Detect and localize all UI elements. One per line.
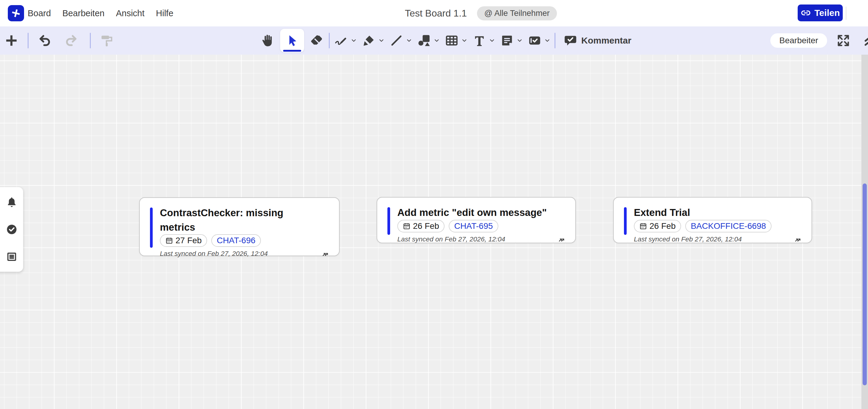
line-tool-button[interactable] bbox=[389, 31, 404, 50]
text-icon bbox=[472, 34, 486, 47]
last-synced-label: Last synced on Feb 27, 2026, 12:04 bbox=[634, 235, 742, 243]
table-icon bbox=[445, 34, 459, 47]
add-button[interactable] bbox=[4, 31, 19, 50]
share-label: Teilen bbox=[814, 8, 840, 18]
eraser-icon bbox=[310, 34, 324, 47]
paint-roller-icon bbox=[100, 34, 114, 47]
comment-tool-button[interactable]: Kommentar bbox=[564, 34, 631, 47]
text-tool-button[interactable] bbox=[471, 31, 487, 50]
redo-icon bbox=[64, 34, 78, 47]
card-accent-bar bbox=[150, 207, 153, 248]
note-tool-chevron-down-icon[interactable] bbox=[516, 33, 523, 48]
issue-tag-label: CHAT-695 bbox=[454, 221, 493, 231]
hand-icon bbox=[260, 34, 274, 47]
card-check-icon bbox=[528, 34, 541, 47]
check-circle-icon bbox=[6, 224, 18, 235]
menu-item-bearbeiten[interactable]: Bearbeiten bbox=[62, 8, 104, 18]
marker-tool-chevron-down-icon[interactable] bbox=[378, 33, 385, 48]
collapse-toolbar-button[interactable] bbox=[862, 31, 868, 50]
toolbar: Kommentar Bearbeiter bbox=[0, 27, 868, 55]
vertical-scrollbar-track[interactable] bbox=[861, 55, 868, 409]
card-title: Extend Trial bbox=[634, 205, 803, 220]
board-card-extend-trial[interactable]: Extend Trial 26 Feb BACKOFFICE-6698 Last… bbox=[613, 197, 812, 243]
left-side-panel bbox=[0, 187, 23, 272]
card-tool-chevron-down-icon[interactable] bbox=[544, 33, 551, 48]
marker-icon bbox=[362, 34, 376, 47]
menu-item-board[interactable]: Board bbox=[28, 8, 51, 18]
undo-button[interactable] bbox=[37, 31, 53, 50]
line-tool-chevron-down-icon[interactable] bbox=[405, 33, 413, 48]
main-menu: Board Bearbeiten Ansicht Hilfe bbox=[28, 0, 174, 27]
selected-tool-indicator bbox=[283, 50, 301, 52]
sync-arrows-icon[interactable] bbox=[321, 249, 331, 258]
due-date-pill[interactable]: 26 Feb bbox=[397, 220, 444, 232]
toolbar-center-group: Kommentar bbox=[259, 27, 631, 55]
issue-tag-pill[interactable]: BACKOFFICE-6698 bbox=[685, 220, 772, 232]
bell-icon bbox=[6, 196, 18, 208]
approvals-button[interactable] bbox=[5, 223, 18, 236]
issue-tag-pill[interactable]: CHAT-695 bbox=[449, 220, 498, 232]
card-tool-button[interactable] bbox=[527, 31, 542, 50]
plus-icon bbox=[4, 34, 18, 47]
placker-plus-logo-icon bbox=[10, 8, 21, 19]
participants-badge[interactable]: @ Alle Teilnehmer bbox=[477, 6, 557, 21]
table-tool-button[interactable] bbox=[444, 31, 460, 50]
line-icon bbox=[390, 34, 403, 47]
draw-tool-chevron-down-icon[interactable] bbox=[350, 33, 358, 48]
shapes-icon bbox=[417, 34, 431, 47]
last-synced-label: Last synced on Feb 27, 2026, 12:04 bbox=[397, 235, 505, 243]
menu-item-ansicht[interactable]: Ansicht bbox=[116, 8, 145, 18]
toolbar-right-group: Bearbeiter bbox=[770, 27, 868, 55]
card-title: Add metric "edit own message" bbox=[397, 205, 567, 220]
table-tool-chevron-down-icon[interactable] bbox=[461, 33, 468, 48]
fullscreen-button[interactable] bbox=[836, 31, 851, 50]
board-canvas[interactable]: ContrastChecker: missing metrics 27 Feb … bbox=[0, 55, 868, 409]
issue-tag-pill[interactable]: CHAT-696 bbox=[211, 234, 261, 247]
redo-button[interactable] bbox=[63, 31, 79, 50]
undo-icon bbox=[38, 34, 52, 47]
share-button[interactable]: Teilen bbox=[798, 4, 843, 21]
sync-arrows-icon[interactable] bbox=[558, 234, 567, 243]
last-synced-label: Last synced on Feb 27, 2026, 12:04 bbox=[160, 250, 268, 258]
vertical-scrollbar-thumb[interactable] bbox=[863, 183, 867, 385]
calendar-icon bbox=[639, 222, 647, 230]
issue-tag-label: CHAT-696 bbox=[217, 236, 255, 245]
draw-tool-button[interactable] bbox=[333, 31, 349, 50]
board-list-button[interactable] bbox=[5, 250, 18, 263]
sync-arrows-icon[interactable] bbox=[794, 234, 803, 243]
due-date-label: 27 Feb bbox=[176, 236, 202, 245]
note-tool-button[interactable] bbox=[499, 31, 515, 50]
card-title: ContrastChecker: missing metrics bbox=[160, 206, 304, 234]
app-logo[interactable] bbox=[8, 5, 24, 21]
calendar-icon bbox=[403, 222, 410, 230]
cursor-icon bbox=[285, 34, 299, 47]
format-painter-button[interactable] bbox=[99, 31, 115, 50]
due-date-pill[interactable]: 26 Feb bbox=[634, 220, 681, 232]
board-title[interactable]: Test Board 1.1 bbox=[405, 8, 467, 19]
calendar-icon bbox=[165, 237, 173, 244]
due-date-label: 26 Feb bbox=[650, 221, 676, 231]
board-title-group: Test Board 1.1 @ Alle Teilnehmer bbox=[405, 0, 557, 27]
shapes-tool-chevron-down-icon[interactable] bbox=[433, 33, 440, 48]
pen-icon bbox=[334, 34, 348, 47]
text-tool-chevron-down-icon[interactable] bbox=[488, 33, 496, 48]
due-date-pill[interactable]: 27 Feb bbox=[160, 234, 207, 247]
eraser-tool-button[interactable] bbox=[308, 31, 325, 50]
editors-button[interactable]: Bearbeiter bbox=[770, 33, 827, 48]
marker-tool-button[interactable] bbox=[361, 31, 377, 50]
menu-item-hilfe[interactable]: Hilfe bbox=[156, 8, 174, 18]
board-card-add-metric[interactable]: Add metric "edit own message" 26 Feb CHA… bbox=[377, 197, 576, 243]
comment-check-icon bbox=[564, 34, 577, 47]
link-icon bbox=[801, 8, 811, 18]
select-tool-button[interactable] bbox=[280, 29, 304, 52]
notifications-button[interactable] bbox=[5, 196, 18, 209]
card-accent-bar bbox=[388, 207, 390, 235]
comment-tool-label: Kommentar bbox=[581, 35, 631, 46]
list-icon bbox=[6, 251, 18, 263]
toolbar-divider bbox=[90, 33, 91, 48]
toolbar-left-group bbox=[4, 27, 115, 55]
shapes-tool-button[interactable] bbox=[416, 31, 432, 50]
board-card-contrastchecker[interactable]: ContrastChecker: missing metrics 27 Feb … bbox=[139, 197, 340, 256]
issue-tag-label: BACKOFFICE-6698 bbox=[691, 221, 766, 231]
pan-tool-button[interactable] bbox=[259, 31, 276, 50]
